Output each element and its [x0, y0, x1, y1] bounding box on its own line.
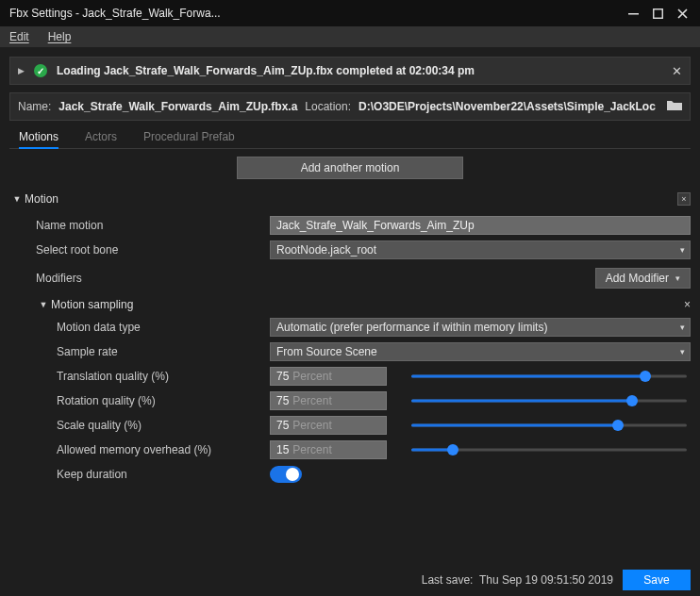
title-bar: Fbx Settings - Jack_Strafe_Walk_Forwa... [0, 0, 700, 26]
translation-quality-label: Translation quality (%) [36, 370, 270, 383]
root-bone-label: Select root bone [36, 243, 270, 257]
name-motion-input[interactable] [270, 216, 691, 235]
rotation-quality-slider[interactable] [411, 391, 687, 410]
root-bone-select[interactable]: RootNode.jack_root [270, 240, 691, 259]
window-title: Fbx Settings - Jack_Strafe_Walk_Forwa... [9, 7, 621, 20]
success-icon: ✓ [34, 64, 47, 77]
remove-motion-sampling-button[interactable]: × [684, 298, 691, 311]
save-button[interactable]: Save [623, 570, 691, 590]
percent-unit: Percent [292, 370, 331, 383]
memory-overhead-slider[interactable] [411, 440, 687, 459]
caret-down-icon: ▼ [9, 194, 25, 204]
root-bone-value: RootNode.jack_root [276, 243, 376, 257]
motion-section-header[interactable]: ▼ Motion × [9, 189, 691, 209]
memory-overhead-value: 15 [276, 443, 289, 456]
last-save-text: Last save: Thu Sep 19 09:51:50 2019 [422, 573, 613, 587]
motion-section-title: Motion [25, 192, 677, 206]
name-motion-label: Name motion [36, 219, 270, 232]
tab-motions[interactable]: Motions [19, 130, 58, 149]
content-area: Add another motion ▼ Motion × Name motio… [9, 149, 691, 485]
minimize-button[interactable] [621, 4, 645, 23]
keep-duration-label: Keep duration [36, 468, 270, 481]
svg-rect-1 [653, 8, 662, 18]
footer: Last save: Thu Sep 19 09:51:50 2019 Save [0, 564, 700, 596]
expand-status-icon[interactable]: ▶ [18, 66, 25, 75]
tab-procedural-prefab[interactable]: Procedural Prefab [143, 130, 235, 148]
scale-quality-input[interactable]: 75 Percent [270, 416, 387, 435]
scale-quality-value: 75 [276, 419, 289, 432]
rotation-quality-input[interactable]: 75 Percent [270, 391, 387, 410]
maximize-button[interactable] [645, 4, 670, 23]
location-label: Location: [305, 100, 351, 113]
percent-unit: Percent [292, 394, 331, 407]
keep-duration-toggle[interactable] [270, 466, 302, 483]
menu-bar: Edit Help [0, 26, 700, 47]
menu-help[interactable]: Help [48, 30, 72, 43]
translation-quality-input[interactable]: 75 Percent [270, 367, 387, 386]
scale-quality-slider[interactable] [411, 416, 687, 435]
status-message: Loading Jack_Strafe_Walk_Forwards_Aim_ZU… [57, 64, 662, 77]
rotation-quality-label: Rotation quality (%) [36, 394, 270, 407]
sample-rate-value: From Source Scene [276, 345, 377, 358]
location-value: D:\O3DE\Projects\November22\Assets\Simpl… [358, 100, 656, 113]
percent-unit: Percent [292, 419, 331, 432]
scale-quality-label: Scale quality (%) [36, 419, 270, 432]
tab-bar: Motions Actors Procedural Prefab [9, 126, 691, 149]
modifiers-label: Modifiers [36, 272, 595, 285]
svg-rect-0 [628, 13, 639, 15]
motion-sampling-title: Motion sampling [51, 298, 684, 311]
memory-overhead-label: Allowed memory overhead (%) [36, 443, 270, 456]
sample-rate-label: Sample rate [36, 345, 270, 358]
file-info-row: Name: Jack_Strafe_Walk_Forwards_Aim_ZUp.… [9, 92, 691, 121]
tab-actors[interactable]: Actors [85, 130, 117, 148]
dismiss-status-button[interactable]: ✕ [672, 64, 682, 78]
motion-data-type-select[interactable]: Automatic (prefer performance if within … [270, 318, 691, 337]
motion-data-type-value: Automatic (prefer performance if within … [276, 321, 547, 334]
caret-down-icon: ▼ [36, 300, 51, 309]
name-label: Name: [18, 100, 51, 113]
remove-motion-button[interactable]: × [677, 192, 691, 206]
status-bar: ▶ ✓ Loading Jack_Strafe_Walk_Forwards_Ai… [9, 57, 691, 85]
percent-unit: Percent [292, 443, 331, 456]
translation-quality-value: 75 [276, 370, 289, 383]
add-modifier-button[interactable]: Add Modifier [595, 268, 691, 289]
memory-overhead-input[interactable]: 15 Percent [270, 440, 387, 459]
motion-data-type-label: Motion data type [36, 321, 270, 334]
name-value: Jack_Strafe_Walk_Forwards_Aim_ZUp.fbx.a [58, 100, 297, 113]
sample-rate-select[interactable]: From Source Scene [270, 342, 691, 361]
add-another-motion-button[interactable]: Add another motion [237, 157, 463, 179]
motion-sampling-header[interactable]: ▼ Motion sampling × [36, 298, 691, 311]
close-button[interactable] [670, 4, 694, 23]
menu-edit[interactable]: Edit [9, 30, 29, 43]
rotation-quality-value: 75 [276, 394, 289, 407]
browse-folder-icon[interactable] [667, 99, 682, 114]
translation-quality-slider[interactable] [411, 367, 687, 386]
